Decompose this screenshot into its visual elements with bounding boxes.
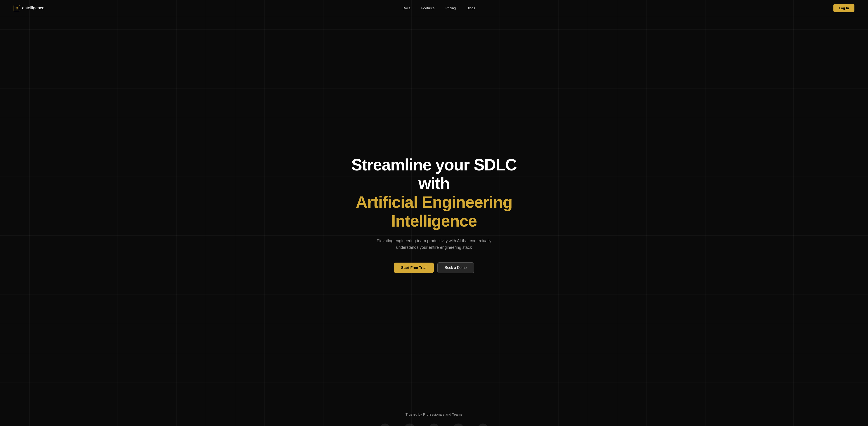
hero-title-line2: Artificial Engineering Intelligence [344,193,524,230]
nav-link-features[interactable]: Features [421,6,434,10]
nav-link-pricing[interactable]: Pricing [445,6,456,10]
hero-subtitle: Elevating engineering team productivity … [368,238,500,251]
trusted-logo-5: ◇ [477,424,488,426]
trusted-logos: ◎ ◈ ◆ ◉ ◇ [9,424,859,426]
trusted-logo-1: ◎ [380,424,391,426]
nav-links: Docs Features Pricing Blogs [403,6,475,10]
navbar: ⊡ entelligence Docs Features Pricing Blo… [0,0,868,16]
trusted-label: Trusted by Professionals and Teams [9,413,859,416]
nav-item-docs: Docs [403,6,410,10]
brand-name: entelligence [22,6,44,10]
logo-icon: ⊡ [13,5,20,11]
nav-item-pricing: Pricing [445,6,456,10]
nav-item-features: Features [421,6,434,10]
book-demo-button[interactable]: Book a Demo [437,262,474,273]
start-free-trial-button[interactable]: Start Free Trial [394,262,434,273]
trusted-section: Trusted by Professionals and Teams ◎ ◈ ◆… [0,403,868,426]
hero-buttons: Start Free Trial Book a Demo [394,262,474,273]
hero-title-line1: Streamline your SDLC with [344,155,524,193]
hero-section: Streamline your SDLC with Artificial Eng… [0,16,868,403]
trusted-logo-3: ◆ [429,424,439,426]
trusted-logo-2: ◈ [404,424,415,426]
nav-link-blogs[interactable]: Blogs [467,6,475,10]
login-button[interactable]: Log In [833,4,855,12]
hero-title: Streamline your SDLC with Artificial Eng… [344,155,524,230]
logo-link[interactable]: ⊡ entelligence [13,5,44,11]
nav-item-blogs: Blogs [467,6,475,10]
trusted-logo-4: ◉ [453,424,464,426]
nav-link-docs[interactable]: Docs [403,6,410,10]
